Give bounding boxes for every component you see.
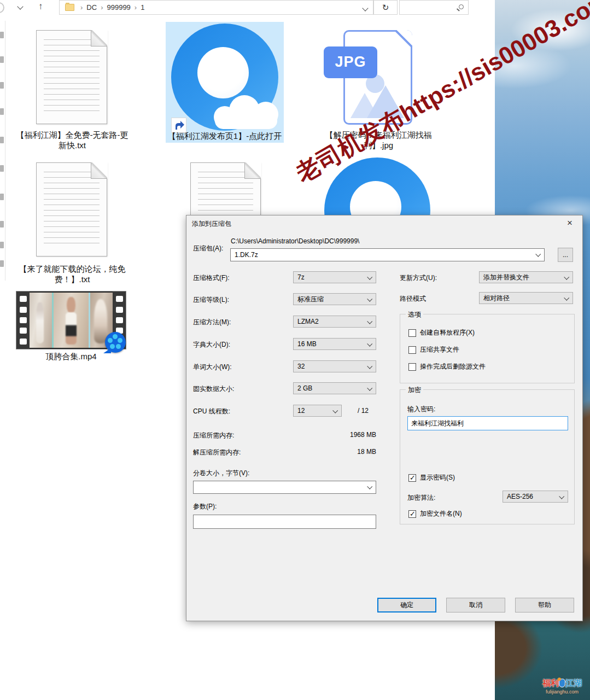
clipped-icon-label-fragment — [0, 165, 4, 172]
mouse-icon — [559, 679, 565, 687]
file-label: 【福利江湖发布页1】-点此打开 — [166, 131, 284, 142]
sfx-checkbox-label: 创建自释放程序(X) — [420, 328, 475, 337]
mem-compress-label: 压缩所需内存: — [193, 431, 234, 440]
encryption-group: 加密 输入密码: 显示密码(S) 加密算法: AES-256 加密文件名(N) — [400, 389, 575, 524]
show-password-checkbox[interactable] — [408, 474, 416, 482]
help-button[interactable]: 帮助 — [515, 598, 574, 612]
dictionary-combo[interactable]: 16 MB — [293, 338, 376, 350]
breadcrumb-separator: › — [135, 3, 137, 11]
search-icon — [459, 4, 464, 9]
solid-size-label: 固实数据大小: — [193, 384, 234, 394]
file-tile-qq-shortcut[interactable]: 【福利江湖发布页1】-点此打开 — [166, 22, 284, 143]
method-label: 压缩方法(M): — [193, 318, 231, 327]
show-password-checkbox-row[interactable]: 显示密码(S) — [408, 473, 455, 482]
file-tile-video[interactable]: 顶胯合集.mp4 — [16, 291, 126, 365]
breadcrumb-1[interactable]: 1 — [141, 3, 144, 11]
breadcrumb-dc[interactable]: DC — [86, 3, 97, 11]
level-label: 压缩等级(L): — [193, 295, 229, 305]
search-input[interactable] — [402, 1, 454, 14]
solid-size-combo[interactable]: 2 GB — [293, 382, 376, 394]
volume-size-combo[interactable] — [193, 481, 376, 494]
delete-after-checkbox-label: 操作完成后删除源文件 — [420, 362, 486, 371]
recent-locations-chevron-icon[interactable] — [17, 3, 23, 9]
path-mode-combo[interactable]: 相对路径 — [479, 292, 573, 304]
parameters-label: 参数(P): — [193, 502, 217, 511]
browse-button[interactable]: ... — [558, 248, 573, 262]
address-bar[interactable]: › DC › 999999 › 1 — [59, 0, 373, 15]
clipped-icon-label-fragment — [0, 194, 4, 200]
left-edge-divider — [5, 21, 5, 281]
clipped-icon-label-fragment — [0, 32, 4, 38]
algorithm-label: 加密算法: — [407, 493, 435, 503]
shortcut-arrow-icon — [171, 118, 186, 133]
refresh-button[interactable]: ↻ — [373, 0, 398, 15]
volume-size-label: 分卷大小，字节(V): — [193, 469, 249, 478]
level-combo[interactable]: 标准压缩 — [293, 293, 376, 305]
archive-label: 压缩包(A): — [193, 244, 223, 253]
jpg-badge: JPG — [324, 46, 377, 78]
options-legend: 选项 — [406, 310, 423, 319]
cpu-threads-label: CPU 线程数: — [193, 407, 230, 416]
logo-text-right: 江湖 — [565, 678, 582, 687]
nav-buttons: ↑ — [0, 0, 58, 15]
shared-files-checkbox-label: 压缩共享文件 — [420, 345, 459, 354]
wallpaper-logo: 福利江湖 fulijianghu.com — [538, 678, 587, 695]
logo-url: fulijianghu.com — [538, 689, 587, 695]
explorer-toolbar: ↑ › DC › 999999 › 1 ↻ — [0, 0, 495, 15]
encrypt-names-checkbox-row[interactable]: 加密文件名(N) — [408, 509, 462, 518]
format-label: 压缩格式(F): — [193, 273, 230, 283]
clipped-icon-label-fragment — [0, 56, 4, 63]
archive-name-combo[interactable]: 1.DK.7z — [230, 248, 545, 261]
file-tile-txt2[interactable]: 【来了就能下载的论坛，纯免费！】.txt — [12, 155, 132, 289]
mem-decompress-label: 解压缩所需内存: — [193, 448, 241, 457]
encrypt-names-label: 加密文件名(N) — [420, 509, 462, 518]
encrypt-names-checkbox[interactable] — [408, 510, 416, 518]
text-file-icon — [36, 162, 107, 256]
video-player-badge-icon — [105, 332, 126, 353]
add-to-archive-dialog: 添加到压缩包 × 压缩包(A): C:\Users\Administrator\… — [186, 215, 583, 621]
mem-compress-value: 1968 MB — [316, 431, 376, 439]
update-mode-combo[interactable]: 添加并替换文件 — [479, 271, 573, 283]
path-mode-label: 路径模式 — [400, 294, 426, 304]
clipped-icon-label-fragment — [0, 108, 4, 115]
breadcrumb-999999[interactable]: 999999 — [107, 3, 130, 11]
clipped-icon-label-fragment — [0, 137, 4, 143]
shared-files-checkbox-row[interactable]: 压缩共享文件 — [408, 345, 459, 354]
password-input[interactable] — [407, 416, 568, 430]
breadcrumb-separator: › — [80, 3, 83, 11]
file-label: 顶胯合集.mp4 — [16, 352, 126, 362]
cpu-threads-max: / 12 — [358, 407, 369, 415]
options-group: 选项 创建自释放程序(X) 压缩共享文件 操作完成后删除源文件 — [400, 314, 575, 383]
mem-decompress-value: 18 MB — [316, 448, 376, 456]
file-label: 【福利江湖】全免费-无套路-更新快.txt — [12, 130, 132, 150]
cancel-button[interactable]: 取消 — [446, 598, 505, 612]
dictionary-label: 字典大小(D): — [193, 340, 230, 349]
algorithm-combo[interactable]: AES-256 — [503, 491, 568, 503]
format-combo[interactable]: 7z — [293, 271, 376, 283]
ok-button[interactable]: 确定 — [377, 598, 436, 612]
delete-after-checkbox-row[interactable]: 操作完成后删除源文件 — [408, 362, 486, 371]
file-tile-txt1[interactable]: 【福利江湖】全免费-无套路-更新快.txt — [12, 22, 132, 154]
delete-after-checkbox[interactable] — [408, 363, 416, 371]
word-size-combo[interactable]: 32 — [293, 360, 376, 372]
breadcrumb-separator: › — [101, 3, 103, 11]
archive-path: C:\Users\Administrator\Desktop\DC\999999… — [231, 237, 359, 245]
text-file-icon — [36, 30, 107, 124]
cpu-threads-combo[interactable]: 12 — [293, 405, 342, 417]
search-box[interactable] — [399, 0, 469, 15]
password-label: 输入密码: — [407, 405, 435, 414]
close-icon[interactable]: × — [560, 217, 579, 230]
clipped-icon-label-fragment — [0, 82, 4, 89]
sfx-checkbox[interactable] — [408, 329, 416, 337]
shared-files-checkbox[interactable] — [408, 346, 416, 354]
method-combo[interactable]: LZMA2 — [293, 316, 376, 328]
up-button[interactable]: ↑ — [38, 1, 43, 12]
back-button[interactable] — [0, 2, 4, 13]
qq-browser-icon-hole — [197, 47, 249, 98]
clipped-icon-label-fragment — [0, 260, 4, 267]
file-label: 【来了就能下载的论坛，纯免费！】.txt — [12, 264, 132, 284]
sfx-checkbox-row[interactable]: 创建自释放程序(X) — [408, 328, 475, 337]
parameters-input[interactable] — [193, 515, 376, 529]
address-dropdown-chevron-icon[interactable] — [362, 5, 368, 11]
word-size-label: 单词大小(W): — [193, 363, 232, 372]
